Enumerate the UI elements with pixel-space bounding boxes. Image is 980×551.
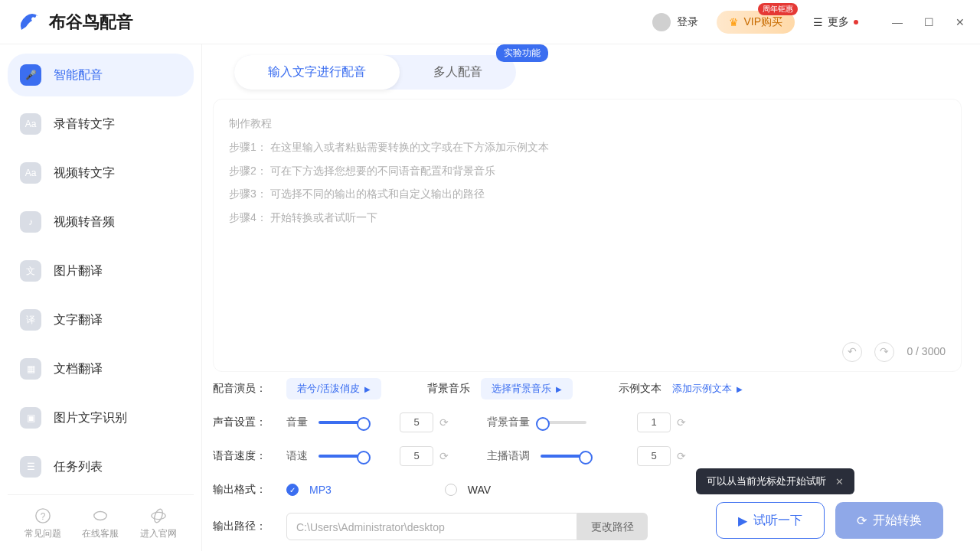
mic-icon: 🎤	[20, 64, 41, 86]
refresh-icon[interactable]: ⟳	[439, 416, 449, 429]
website-link[interactable]: 进入官网	[140, 507, 177, 540]
volume-label: 音量	[286, 416, 308, 429]
tutorial-step-3: 步骤3： 可选择不同的输出的格式和自定义输出的路径	[229, 182, 946, 206]
notification-dot-icon	[854, 20, 858, 24]
bg-volume-label: 背景音量	[487, 416, 530, 429]
close-button[interactable]: ✕	[956, 16, 965, 28]
svg-point-0	[33, 15, 36, 18]
svg-point-3	[94, 512, 107, 520]
vip-crown-icon: ♛	[729, 16, 739, 28]
refresh-icon[interactable]: ⟳	[439, 450, 449, 462]
more-label: 更多	[828, 15, 849, 29]
refresh-icon[interactable]: ⟳	[677, 450, 686, 462]
sidebar-item-doc-translate[interactable]: ▦文档翻译	[8, 347, 194, 390]
volume-slider[interactable]	[318, 421, 364, 424]
ocr-icon: ▣	[20, 407, 41, 429]
tutorial-step-1: 步骤1： 在这里输入或者粘贴需要转换的文字或在下方添加示例文本	[229, 135, 946, 159]
sound-setting-label: 声音设置：	[213, 416, 286, 429]
aa-icon: Aa	[20, 162, 41, 184]
svg-text:?: ?	[41, 511, 46, 522]
bgm-label: 背景音乐	[427, 382, 470, 396]
wave-icon: ♪	[20, 211, 41, 233]
bird-logo-icon	[15, 8, 43, 36]
sample-add[interactable]: 添加示例文本▶	[672, 382, 743, 396]
format-mp3-label: MP3	[309, 484, 332, 496]
list-icon: ☰	[20, 456, 41, 478]
bgm-select[interactable]: 选择背景音乐▶	[481, 378, 573, 399]
play-icon: ▶	[738, 514, 747, 528]
vip-button[interactable]: ♛ VIP购买 周年钜惠	[717, 11, 795, 34]
speed-slider[interactable]	[318, 455, 364, 458]
tab-text-input[interactable]: 输入文字进行配音	[234, 55, 400, 90]
minimize-button[interactable]: —	[892, 16, 903, 28]
login-label: 登录	[677, 15, 698, 29]
app-logo: 布谷鸟配音	[15, 8, 133, 36]
play-icon: ▶	[364, 385, 371, 393]
svg-point-5	[153, 508, 165, 523]
speed-label: 语速	[286, 449, 308, 463]
volume-value[interactable]: 5	[400, 412, 433, 432]
tutorial-heading: 制作教程	[229, 112, 946, 135]
text-editor[interactable]: 制作教程 步骤1： 在这里输入或者粘贴需要转换的文字或在下方添加示例文本 步骤2…	[213, 99, 962, 372]
tone-slider[interactable]	[541, 455, 586, 458]
help-icon: ?	[34, 507, 51, 524]
play-icon: ▶	[737, 385, 743, 393]
actor-select[interactable]: 若兮/活泼俏皮▶	[286, 378, 381, 399]
bg-volume-value[interactable]: 1	[637, 412, 671, 432]
preview-tooltip: 可以从当前光标处开始试听 ✕	[696, 468, 854, 494]
faq-link[interactable]: ?常见问题	[24, 507, 61, 540]
speed-setting-label: 语音速度：	[213, 449, 286, 463]
sidebar-item-ocr[interactable]: ▣图片文字识别	[8, 396, 194, 439]
format-wav-label: WAV	[468, 484, 491, 496]
stack-icon: ☰	[813, 16, 823, 28]
sidebar-item-video-to-audio[interactable]: ♪视频转音频	[8, 201, 194, 243]
translate-icon: 译	[20, 309, 41, 331]
sidebar-item-smart-dub[interactable]: 🎤智能配音	[8, 54, 194, 96]
tone-label: 主播语调	[487, 449, 530, 463]
play-icon: ▶	[556, 385, 562, 393]
format-mp3-radio[interactable]	[286, 484, 299, 496]
headset-icon	[92, 507, 109, 524]
undo-icon[interactable]: ↶	[842, 342, 862, 362]
vip-label: VIP购买	[743, 15, 782, 29]
doc-icon: ▦	[20, 358, 41, 380]
output-path-input[interactable]: C:\Users\Administrator\desktop	[286, 513, 577, 540]
tutorial-step-2: 步骤2： 可在下方选择您想要的不同语音配置和背景音乐	[229, 159, 946, 183]
sidebar-item-video-to-text[interactable]: Aa视频转文字	[8, 152, 194, 194]
vip-promo-badge: 周年钜惠	[758, 3, 798, 15]
refresh-icon[interactable]: ⟳	[677, 416, 686, 429]
sidebar-item-text-translate[interactable]: 译文字翻译	[8, 298, 194, 341]
format-label: 输出格式：	[213, 483, 286, 497]
login-button[interactable]: 登录	[652, 13, 698, 31]
translate-icon: 文	[20, 260, 41, 282]
support-link[interactable]: 在线客服	[82, 507, 119, 540]
convert-icon: ⟳	[857, 514, 867, 528]
convert-button[interactable]: ⟳ 开始转换	[835, 502, 943, 539]
speed-value[interactable]: 5	[400, 446, 433, 466]
avatar-icon	[652, 13, 671, 31]
more-menu[interactable]: ☰ 更多	[813, 15, 858, 29]
tone-value[interactable]: 5	[637, 446, 671, 466]
redo-icon[interactable]: ↷	[874, 342, 894, 362]
sample-label: 示例文本	[619, 382, 662, 396]
bg-volume-slider[interactable]	[541, 421, 586, 424]
path-label: 输出路径：	[213, 520, 286, 533]
change-path-button[interactable]: 更改路径	[577, 513, 648, 540]
tooltip-text: 可以从当前光标处开始试听	[707, 474, 826, 488]
sidebar-item-image-translate[interactable]: 文图片翻译	[8, 249, 194, 292]
tutorial-step-4: 步骤4： 开始转换或者试听一下	[229, 206, 946, 230]
sidebar-item-audio-to-text[interactable]: Aa录音转文字	[8, 103, 194, 145]
actor-label: 配音演员：	[213, 382, 286, 396]
input-mode-tabs: 输入文字进行配音 多人配音 实验功能	[234, 55, 516, 90]
preview-button[interactable]: ▶ 试听一下	[716, 502, 825, 539]
tooltip-close-icon[interactable]: ✕	[835, 476, 844, 487]
svg-point-4	[152, 512, 165, 519]
sidebar: 🎤智能配音 Aa录音转文字 Aa视频转文字 ♪视频转音频 文图片翻译 译文字翻译…	[0, 44, 202, 551]
app-title: 布谷鸟配音	[49, 11, 133, 34]
experimental-badge: 实验功能	[496, 44, 548, 62]
format-wav-radio[interactable]	[445, 484, 457, 496]
sidebar-item-tasks[interactable]: ☰任务列表	[8, 445, 194, 488]
aa-icon: Aa	[20, 113, 41, 135]
char-counter: 0 / 3000	[906, 340, 946, 364]
maximize-button[interactable]: ☐	[924, 16, 934, 28]
